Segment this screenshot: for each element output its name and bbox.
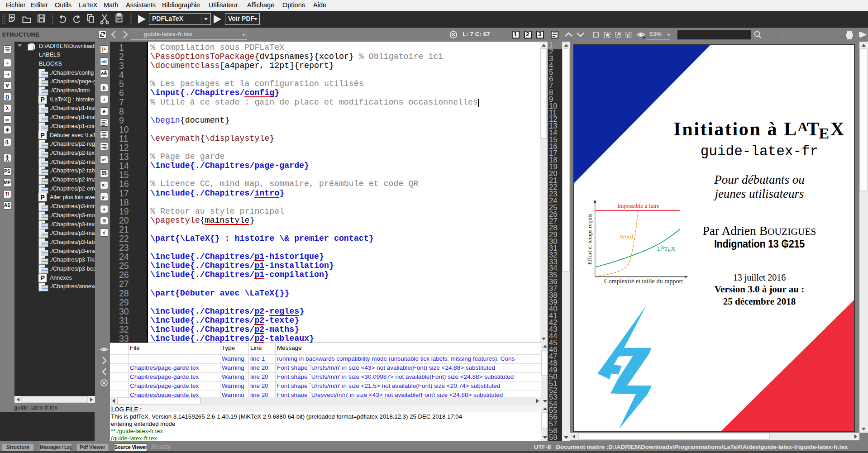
svg-text:Word: Word xyxy=(620,233,633,240)
svg-text:Complexité et taille du rappor: Complexité et taille du rapport xyxy=(604,277,683,285)
svg-text:LATEX: LATEX xyxy=(657,245,675,253)
svg-text:Impossible à faire: Impossible à faire xyxy=(617,202,659,209)
svg-text:Effort et temps requis: Effort et temps requis xyxy=(586,214,593,265)
